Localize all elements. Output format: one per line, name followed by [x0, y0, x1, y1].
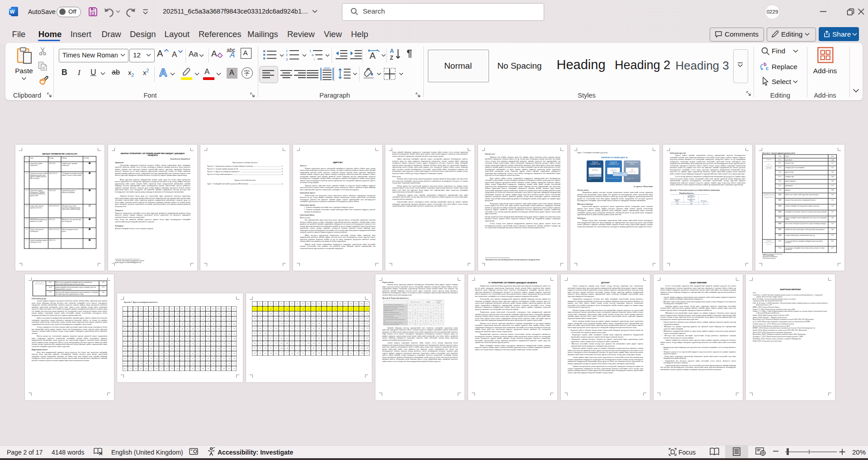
- svg-text:-.31: -.31: [166, 318, 168, 320]
- svg-text:-.20: -.20: [160, 323, 162, 325]
- svg-text:.30: .30: [186, 363, 188, 365]
- svg-text:.45: .45: [176, 333, 178, 335]
- svg-text:-.43: -.43: [134, 368, 137, 370]
- svg-text:-.19: -.19: [160, 328, 162, 330]
- svg-text:-.61: -.61: [312, 323, 314, 324]
- svg-text:3: 3: [286, 57, 288, 61]
- svg-text:-.45: -.45: [175, 368, 178, 370]
- svg-text:.65: .65: [176, 323, 178, 325]
- svg-text:-.20: -.20: [202, 348, 204, 350]
- svg-text:.61: .61: [197, 333, 199, 335]
- svg-text:Р20: Р20: [228, 308, 230, 310]
- svg-text:.15: .15: [145, 348, 147, 350]
- svg-text:.45: .45: [140, 313, 142, 315]
- svg-text:-.45: -.45: [312, 328, 314, 329]
- svg-text:.41: .41: [291, 323, 293, 324]
- svg-text:-.73: -.73: [196, 323, 199, 325]
- svg-text:-.58: -.58: [212, 358, 214, 360]
- svg-text:.75: .75: [360, 338, 362, 339]
- svg-text:Р9: Р9: [302, 303, 304, 305]
- svg-text:.31: .31: [207, 353, 209, 355]
- svg-text:.55: .55: [275, 333, 277, 334]
- svg-text:-.44: -.44: [318, 323, 320, 324]
- svg-text:.31: .31: [296, 323, 298, 324]
- svg-text:.05: .05: [339, 347, 341, 349]
- svg-text:-.61: -.61: [228, 368, 230, 370]
- svg-text:-.07: -.07: [275, 343, 277, 344]
- svg-text:-.76: -.76: [350, 308, 352, 310]
- svg-text:.77: .77: [166, 328, 167, 330]
- svg-text:-.75: -.75: [355, 338, 357, 339]
- svg-text:Р7: Р7: [124, 343, 126, 345]
- svg-text:-.12: -.12: [333, 338, 336, 339]
- svg-text:.37: .37: [285, 352, 287, 354]
- svg-text:.10: .10: [318, 347, 319, 349]
- svg-text:.18: .18: [202, 313, 204, 315]
- svg-text:-.70: -.70: [150, 358, 152, 360]
- svg-text:.60: .60: [191, 353, 193, 355]
- svg-text:-.46: -.46: [285, 343, 288, 344]
- svg-text:-.40: -.40: [333, 318, 336, 319]
- svg-text:Р8: Р8: [296, 303, 298, 305]
- svg-text:-.49: -.49: [202, 323, 204, 325]
- svg-text:Р1: Р1: [124, 313, 126, 315]
- svg-text:-.23: -.23: [139, 363, 142, 365]
- svg-text:.17: .17: [291, 333, 293, 334]
- svg-text:Р1: Р1: [259, 303, 261, 305]
- svg-text:Р14: Р14: [196, 308, 199, 310]
- svg-text:.13: .13: [181, 348, 183, 350]
- svg-text:.66: .66: [259, 333, 261, 334]
- svg-text:-.42: -.42: [160, 348, 162, 350]
- svg-text:-.23: -.23: [202, 318, 204, 320]
- svg-text:Р18: Р18: [350, 303, 352, 305]
- svg-text:-.61: -.61: [307, 318, 309, 319]
- svg-text:i: i: [314, 57, 315, 61]
- svg-text:-.10: -.10: [344, 347, 346, 349]
- svg-text:Р4: Р4: [124, 328, 126, 330]
- svg-text:.13: .13: [291, 328, 293, 329]
- svg-text:-.09: -.09: [160, 363, 162, 365]
- svg-text:-.32: -.32: [212, 313, 214, 315]
- svg-text:-.14: -.14: [360, 328, 362, 329]
- svg-text:.19: .19: [197, 328, 199, 330]
- svg-text:-.38: -.38: [280, 313, 282, 315]
- svg-text:.06: .06: [360, 347, 362, 349]
- svg-text:Р2: Р2: [264, 303, 266, 305]
- svg-text:Р6: Р6: [286, 303, 288, 305]
- svg-text:-.48: -.48: [333, 347, 336, 349]
- svg-text:.21: .21: [212, 368, 214, 370]
- svg-text:-.11: -.11: [145, 343, 147, 345]
- svg-text:.46: .46: [339, 333, 341, 334]
- svg-text:-.36: -.36: [344, 308, 346, 310]
- svg-text:.06: .06: [155, 333, 157, 335]
- svg-text:.32: .32: [134, 313, 136, 315]
- svg-text:Р21: Р21: [232, 308, 235, 310]
- svg-text:-.66: -.66: [318, 313, 320, 315]
- svg-text:-.27: -.27: [333, 333, 336, 334]
- svg-text:Р6: Р6: [155, 308, 157, 310]
- svg-text:Р4: Р4: [254, 323, 256, 324]
- svg-text:.73: .73: [197, 363, 199, 365]
- svg-text:.27: .27: [350, 318, 351, 319]
- svg-text:.40: .40: [171, 313, 172, 315]
- svg-text:Р19: Р19: [223, 308, 225, 310]
- svg-text:-.09: -.09: [207, 338, 209, 340]
- svg-text:.59: .59: [129, 328, 131, 330]
- svg-text:-.32: -.32: [344, 343, 346, 344]
- svg-text:.49: .49: [140, 368, 142, 370]
- svg-text:.19: .19: [202, 338, 204, 340]
- svg-text:Р4: Р4: [145, 308, 147, 310]
- svg-text:.24: .24: [176, 318, 178, 320]
- svg-text:.15: .15: [270, 328, 271, 329]
- svg-text:.70: .70: [155, 353, 157, 355]
- svg-text:.45: .45: [166, 338, 167, 340]
- svg-text:.77: .77: [280, 352, 282, 354]
- svg-text:Р19: Р19: [355, 303, 357, 305]
- svg-text:-.73: -.73: [301, 318, 304, 319]
- svg-text:Р13: Р13: [191, 308, 194, 310]
- svg-text:-.48: -.48: [280, 347, 282, 349]
- svg-text:-.65: -.65: [328, 343, 331, 344]
- svg-text:.73: .73: [129, 333, 131, 335]
- svg-text:.34: .34: [176, 353, 178, 355]
- svg-text:-.13: -.13: [350, 347, 352, 349]
